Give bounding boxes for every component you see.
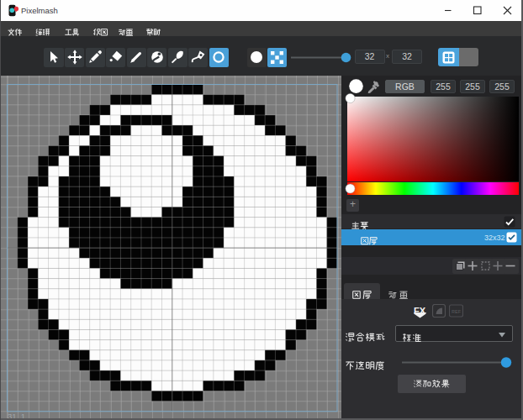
svg-text:REF: REF xyxy=(452,309,462,314)
